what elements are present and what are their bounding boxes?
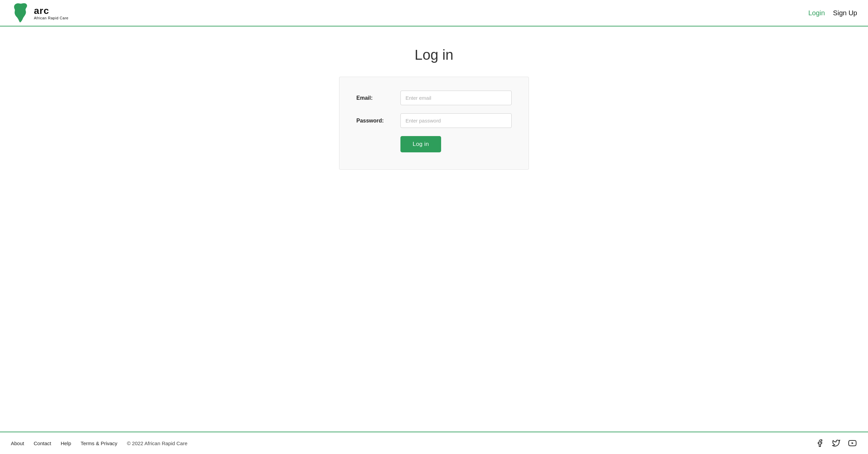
email-input[interactable] bbox=[400, 91, 512, 105]
logo-text: arc African Rapid Care bbox=[34, 6, 68, 20]
main-content: Log in Email: Password: Log in bbox=[0, 26, 868, 432]
login-card: Email: Password: Log in bbox=[339, 77, 529, 170]
nav-signup-link[interactable]: Sign Up bbox=[833, 9, 857, 17]
footer-help-link[interactable]: Help bbox=[61, 440, 71, 446]
main-nav: Login Sign Up bbox=[808, 9, 857, 17]
footer-social bbox=[815, 438, 857, 448]
page-title: Log in bbox=[415, 47, 453, 63]
login-button[interactable]: Log in bbox=[400, 136, 441, 152]
footer-left: About Contact Help Terms & Privacy © 202… bbox=[11, 440, 188, 446]
site-header: arc African Rapid Care Login Sign Up bbox=[0, 0, 868, 26]
password-label: Password: bbox=[356, 118, 400, 124]
footer-contact-link[interactable]: Contact bbox=[34, 440, 51, 446]
africa-logo-icon bbox=[11, 3, 31, 23]
logo-subtitle-text: African Rapid Care bbox=[34, 16, 68, 20]
svg-marker-0 bbox=[852, 442, 854, 444]
youtube-icon[interactable] bbox=[848, 438, 857, 448]
site-footer: About Contact Help Terms & Privacy © 202… bbox=[0, 432, 868, 454]
facebook-icon[interactable] bbox=[815, 438, 825, 448]
password-input[interactable] bbox=[400, 113, 512, 128]
footer-copyright: © 2022 African Rapid Care bbox=[127, 440, 188, 446]
nav-login-link[interactable]: Login bbox=[808, 9, 825, 17]
logo[interactable]: arc African Rapid Care bbox=[11, 3, 68, 23]
email-row: Email: bbox=[356, 91, 512, 105]
twitter-icon[interactable] bbox=[831, 438, 841, 448]
footer-about-link[interactable]: About bbox=[11, 440, 24, 446]
footer-terms-link[interactable]: Terms & Privacy bbox=[81, 440, 117, 446]
password-row: Password: bbox=[356, 113, 512, 128]
submit-row: Log in bbox=[356, 136, 512, 152]
logo-arc-text: arc bbox=[34, 6, 68, 16]
email-label: Email: bbox=[356, 95, 400, 101]
